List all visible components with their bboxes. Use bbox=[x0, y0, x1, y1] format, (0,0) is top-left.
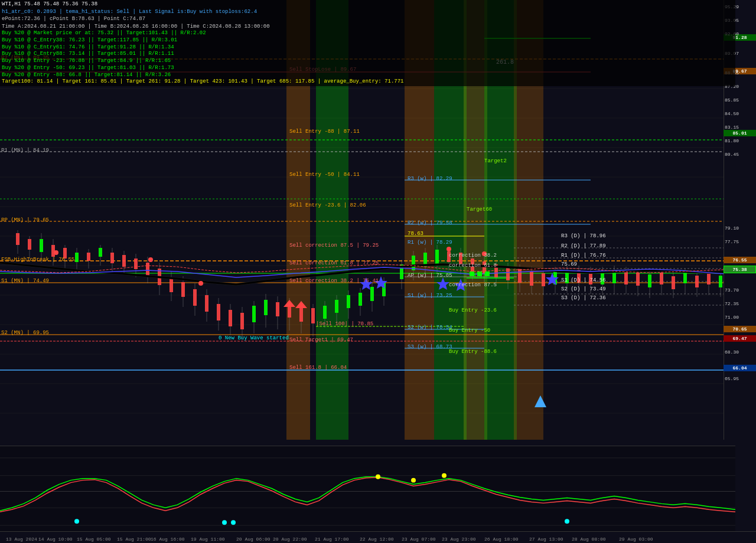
price-6604-box: 66.04 bbox=[724, 365, 756, 371]
time-13aug: 13 Aug 2024 bbox=[6, 537, 37, 542]
buy-rect-small-3 bbox=[485, 272, 490, 276]
time-19aug: 19 Aug 11:00 bbox=[191, 537, 225, 542]
svg-rect-42 bbox=[181, 282, 185, 297]
label-buy-entry-886: Buy Entry -88.6 bbox=[449, 349, 497, 355]
svg-rect-28 bbox=[99, 248, 102, 257]
info-points: ePoint:72.36 | cPoint B:78.63 | Point C:… bbox=[2, 15, 145, 23]
75-69-label: 75.69 bbox=[561, 261, 577, 267]
price-6595: 65.95 bbox=[725, 376, 755, 381]
label-r1-mn: R1 (MN) | 84.19 bbox=[1, 148, 49, 153]
svg-rect-54 bbox=[252, 306, 256, 322]
price-8585: 85.85 bbox=[725, 97, 755, 103]
s2d-label: S2 (D) | 73.49 bbox=[561, 286, 606, 292]
time-23aug2: 23 Aug 23:00 bbox=[442, 537, 476, 542]
svg-rect-72 bbox=[359, 293, 362, 306]
time-21aug: 21 Aug 17:00 bbox=[315, 537, 349, 542]
label-buy-entry-236: Buy Entry -23.6 bbox=[449, 308, 497, 313]
svg-rect-52 bbox=[240, 313, 244, 329]
buy-rect-small-1 bbox=[470, 272, 474, 276]
target-row: Target100: 81.14 | Target 161: 85.01 | T… bbox=[2, 78, 734, 86]
svg-rect-34 bbox=[134, 259, 138, 269]
svg-rect-50 bbox=[229, 310, 232, 326]
label-s2w: S2 (w) | 70.54 bbox=[408, 325, 452, 331]
label-s3w: S3 (w) | 68.73 bbox=[408, 344, 452, 350]
info-time: Time A:2024.08.21 21:00:00 | Time B:2024… bbox=[2, 23, 270, 31]
buy-rect-small-2 bbox=[477, 272, 482, 276]
svg-rect-44 bbox=[193, 289, 197, 306]
label-sell-entry-88: Sell Entry -88 | 87.11 bbox=[289, 129, 360, 135]
label-corr382: correction 38.2 bbox=[449, 253, 497, 259]
label-sell100: |Sell 100| | 70.85 bbox=[316, 321, 373, 327]
time-28aug: 28 Aug 08:00 bbox=[572, 537, 606, 542]
svg-rect-128 bbox=[695, 276, 699, 287]
svg-rect-24 bbox=[75, 253, 79, 262]
valley-dot-2 bbox=[222, 520, 227, 525]
label-fsb: FSB-HighToBreak | 76.55 bbox=[1, 257, 74, 263]
svg-rect-48 bbox=[217, 304, 220, 320]
time-16aug: 16 Aug 16:00 bbox=[151, 537, 185, 542]
label-target60: Target60 bbox=[467, 207, 492, 212]
svg-rect-14 bbox=[16, 233, 19, 245]
info-status: h1_atr_c0: 0.2893 | tema_h1_status: Sell… bbox=[2, 8, 257, 16]
price-85-box: 85.01 bbox=[724, 130, 756, 136]
svg-rect-74 bbox=[370, 287, 374, 301]
label-buy-entry-50: Buy Entry -50 bbox=[449, 328, 490, 333]
chart-title: WTI,H1 75.48 75.48 75.36 75.38 bbox=[2, 1, 97, 8]
svg-rect-26 bbox=[87, 253, 90, 261]
label-sell-entry-236: Sell Entry -23.6 | 82.06 bbox=[289, 202, 366, 208]
price-7910: 79.10 bbox=[725, 225, 755, 231]
svg-rect-116 bbox=[624, 272, 628, 284]
label-corr618-2: correction 61.8 bbox=[449, 263, 497, 269]
svg-rect-118 bbox=[636, 273, 640, 286]
time-15aug2: 15 Aug 21:00 bbox=[117, 537, 151, 542]
svg-rect-56 bbox=[264, 300, 268, 315]
peak-dot-3 bbox=[442, 473, 447, 478]
svg-rect-100 bbox=[530, 272, 533, 286]
price-7370: 73.70 bbox=[725, 287, 755, 293]
peak-dot-2 bbox=[411, 478, 416, 483]
svg-rect-122 bbox=[660, 273, 663, 284]
svg-rect-30 bbox=[110, 253, 114, 263]
sell-marker-1 bbox=[54, 250, 58, 255]
time-23aug: 23 Aug 07:00 bbox=[402, 537, 436, 542]
price-7065-box: 70.65 bbox=[724, 326, 756, 332]
main-chart: WTI,H1 75.48 75.48 75.36 75.38 h1_atr_c0… bbox=[0, 0, 735, 440]
label-sell-corr875: Sell correction 87.5 | 79.25 bbox=[289, 243, 379, 248]
svg-rect-68 bbox=[335, 300, 338, 313]
label-target2: Target2 bbox=[484, 158, 507, 164]
label-sell-corr382: Sell correction 38.2 | 75.41 bbox=[289, 278, 379, 284]
svg-rect-130 bbox=[707, 273, 711, 284]
svg-rect-32 bbox=[122, 255, 126, 267]
r3d-label: R3 (D) | 78.96 bbox=[561, 233, 606, 239]
svg-rect-64 bbox=[311, 308, 315, 323]
peak-dot-1 bbox=[376, 475, 380, 479]
svg-rect-132 bbox=[719, 276, 722, 287]
time-axis: 13 Aug 2024 14 Aug 10:00 15 Aug 05:00 15… bbox=[0, 531, 756, 543]
valley-dot-3 bbox=[231, 520, 236, 525]
time-20aug: 20 Aug 06:00 bbox=[236, 537, 271, 542]
price-7775: 77.75 bbox=[725, 239, 755, 244]
buy-signals: Buy %20 @ Market price or at: 75.32 || T… bbox=[2, 30, 734, 78]
label-sell-1618: Sell 161.8 | 66.04 bbox=[289, 365, 347, 371]
svg-rect-96 bbox=[506, 267, 510, 280]
time-26aug: 26 Aug 18:00 bbox=[484, 537, 519, 542]
valley-dot-1 bbox=[74, 519, 79, 524]
price-8450: 84.50 bbox=[725, 111, 755, 116]
label-apw: AP (w) | 75.05 bbox=[408, 273, 452, 279]
label-sell-target1: Sell Target1 | 69.47 bbox=[289, 337, 353, 343]
r1d-label: R1 (D) | 76.76 bbox=[561, 253, 606, 259]
svg-rect-120 bbox=[648, 274, 651, 287]
time-20aug2: 20 Aug 22:00 bbox=[273, 537, 307, 542]
time-22aug: 22 Aug 12:00 bbox=[360, 537, 394, 542]
sell-marker-4 bbox=[447, 247, 451, 251]
time-29aug: 29 Aug 03:00 bbox=[619, 537, 653, 542]
svg-rect-40 bbox=[170, 277, 173, 292]
price-7235: 72.35 bbox=[725, 301, 755, 306]
svg-rect-98 bbox=[518, 269, 522, 283]
svg-rect-36 bbox=[146, 263, 149, 276]
label-7863: 78.63 bbox=[408, 231, 423, 237]
svg-rect-126 bbox=[683, 273, 687, 283]
label-r1w: R1 (w) | 78.29 bbox=[408, 240, 452, 246]
time-15aug: 15 Aug 05:00 bbox=[77, 537, 111, 542]
svg-rect-58 bbox=[276, 302, 279, 316]
